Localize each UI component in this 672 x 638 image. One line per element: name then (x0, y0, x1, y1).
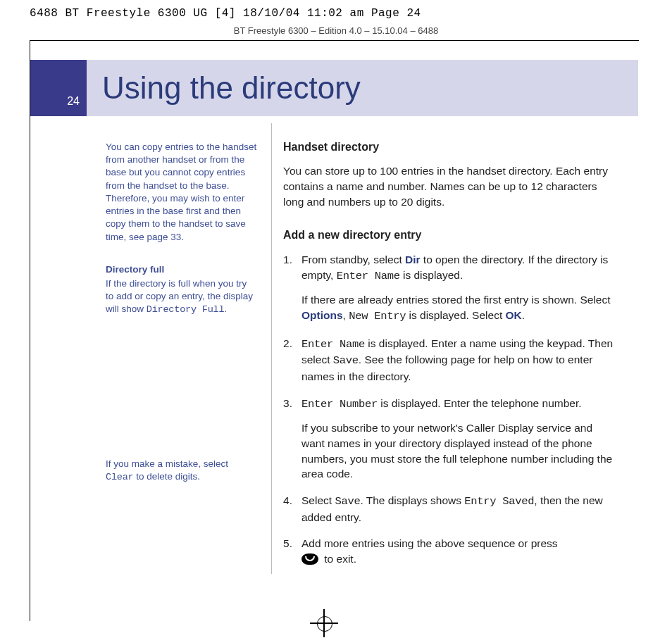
column-divider (271, 123, 272, 574)
main-column: Handset directory You can store up to 10… (283, 139, 614, 578)
edition-line: BT Freestyle 6300 – Edition 4.0 – 15.10.… (0, 25, 672, 36)
step-5-text-b: to exit. (321, 553, 356, 565)
step-4-text-a: Select (301, 494, 335, 506)
sidebar: You can copy entries to the handset from… (106, 141, 257, 503)
step-5: Add more entries using the above sequenc… (283, 536, 614, 566)
page-number-box: 24 (30, 60, 87, 116)
step-5-text-a: Add more entries using the above sequenc… (301, 537, 558, 549)
lcd-save-1: Save (333, 354, 359, 367)
softkey-ok: OK (506, 309, 522, 321)
sidebar-mistake-post: to delete digits. (134, 471, 201, 482)
sidebar-copy-note: You can copy entries to the handset from… (106, 141, 257, 244)
lcd-clear: Clear (106, 472, 134, 482)
registration-mark-icon (310, 609, 338, 637)
steps-list: From standby, select Dir to open the dir… (283, 252, 614, 567)
softkey-options: Options (301, 309, 343, 321)
step-4-text-b: . The displays shows (360, 494, 464, 506)
softkey-dir: Dir (405, 254, 421, 265)
sidebar-directory-full: Directory full If the directory is full … (106, 263, 257, 317)
lcd-enter-name-1: Enter Name (337, 270, 400, 282)
sidebar-directory-full-heading: Directory full (106, 263, 257, 276)
prepress-job-line: 6488 BT Freestyle 6300 UG [4] 18/10/04 1… (30, 7, 421, 20)
lcd-save-2: Save (335, 495, 360, 508)
step-3-text-a: is displayed. Enter the telephone number… (378, 397, 582, 409)
step-1-sub-b: , (343, 309, 349, 321)
sidebar-mistake-note: If you make a mistake, select Clear to d… (106, 458, 257, 484)
page-number: 24 (67, 95, 80, 108)
step-3: Enter Number is displayed. Enter the tel… (283, 396, 614, 482)
step-4: Select Save. The displays shows Entry Sa… (283, 493, 614, 525)
step-1-sub-c: is displayed. Select (406, 309, 505, 321)
exit-key-icon (301, 553, 318, 565)
paragraph-handset-directory: You can store up to 100 entries in the h… (283, 163, 614, 209)
step-2: Enter Name is displayed. Enter a name us… (283, 336, 614, 384)
sidebar-mistake-pre: If you make a mistake, select (106, 458, 228, 469)
lcd-directory-full: Directory Full (147, 304, 225, 315)
sidebar-directory-full-body-post: . (224, 304, 227, 314)
step-1-text-a: From standby, select (301, 254, 405, 265)
title-band: 24 Using the directory (30, 60, 638, 116)
step-1: From standby, select Dir to open the dir… (283, 252, 614, 325)
page-title: Using the directory (87, 70, 361, 106)
lcd-entry-saved: Entry Saved (464, 495, 534, 508)
heading-handset-directory: Handset directory (283, 139, 614, 155)
step-3-subpara: If you subscribe to your network's Calle… (301, 420, 614, 482)
step-1-sub-a: If there are already entries stored the … (301, 294, 611, 306)
step-1-sub-d: . (522, 309, 525, 321)
step-1-subpara: If there are already entries stored the … (301, 292, 614, 324)
heading-add-entry: Add a new directory entry (283, 227, 614, 243)
lcd-enter-number: Enter Number (301, 398, 378, 411)
lcd-enter-name-2: Enter Name (301, 338, 365, 351)
step-1-text-c: is displayed. (400, 269, 463, 281)
lcd-new-entry: New Entry (349, 310, 406, 323)
